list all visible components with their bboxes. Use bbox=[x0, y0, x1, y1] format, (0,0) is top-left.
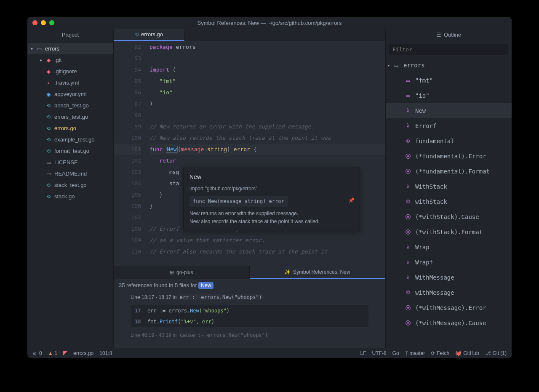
window-title: Symbol References: New — ~/go/src/github… bbox=[27, 20, 512, 26]
project-sidebar: Project ▾ ▭ errors ▸ ◆ .git ◆ bbox=[27, 29, 114, 348]
tree-item-example[interactable]: ⟲ example_test.go bbox=[37, 134, 113, 145]
tree-item-license[interactable]: ▭ LICENSE bbox=[37, 157, 113, 168]
outline-item[interactable]: ©fundamental bbox=[386, 133, 512, 149]
tree-item-stack-test[interactable]: ⟲ stack_test.go bbox=[37, 179, 113, 191]
status-encoding[interactable]: UTF-8 bbox=[372, 350, 387, 356]
tab-symbol-references[interactable]: ✨ Symbol References: New bbox=[250, 266, 386, 279]
status-lang[interactable]: Go bbox=[392, 350, 399, 356]
status-fetch[interactable]: ⟳Fetch bbox=[431, 350, 449, 356]
status-errors[interactable]: ⦻ 0 bbox=[32, 350, 42, 356]
tree-item-stack[interactable]: ⟲ stack.go bbox=[37, 191, 113, 202]
tree-item-label: stack.go bbox=[54, 193, 75, 200]
sidebar-header: Project bbox=[27, 29, 113, 41]
tree-item-errors-test[interactable]: ⟲ errors_test.go bbox=[37, 111, 113, 123]
status-warnings[interactable]: ▲ 1 bbox=[48, 350, 58, 356]
git-icon: ◆ bbox=[45, 68, 52, 75]
outline-item[interactable]: ⦿(*fundamental).Format bbox=[386, 164, 512, 179]
outline-item-new[interactable]: λNew bbox=[386, 103, 512, 118]
lambda-icon: λ bbox=[404, 259, 412, 266]
go-icon: ⟲ bbox=[45, 114, 52, 120]
status-branch[interactable]: ᛘmaster bbox=[405, 350, 425, 356]
status-github[interactable]: 🐙GitHub bbox=[455, 350, 479, 356]
tree-item-gitignore[interactable]: ◆ .gitignore bbox=[37, 66, 113, 77]
outline-item[interactable]: ⦿(*withMessage).Cause bbox=[386, 315, 512, 331]
hover-signature: func New(message string) error bbox=[189, 196, 288, 207]
struct-icon: © bbox=[404, 138, 412, 144]
editor-gutter: 92 93 94 95 96 97 98 99 100 101 102 103 … bbox=[114, 41, 149, 266]
tree-item-travis[interactable]: ▪ .travis.yml bbox=[37, 77, 113, 88]
bottom-tabs: ⊞ go-plus ✨ Symbol References: New bbox=[114, 266, 385, 279]
tree-item-readme[interactable]: ▭ README.md bbox=[37, 168, 113, 179]
yaml-icon: ◉ bbox=[45, 91, 52, 98]
status-cursor[interactable]: 101:8 bbox=[99, 350, 112, 356]
outline-item[interactable]: ⦿(*fundamental).Error bbox=[386, 149, 512, 164]
reference-line[interactable]: 17 err := errors.New("whoops") bbox=[131, 305, 368, 316]
tree-item-label: appveyor.yml bbox=[54, 91, 87, 97]
hover-doc-line: New returns an error with the supplied m… bbox=[189, 210, 354, 218]
tree-root-label: errors bbox=[45, 45, 59, 52]
chevron-right-icon: ▸ bbox=[40, 58, 45, 62]
hover-import: import "github.com/pkg/errors" bbox=[189, 185, 354, 193]
import-icon: ▭ bbox=[404, 92, 412, 99]
tree-item-format[interactable]: ⟲ format_test.go bbox=[37, 145, 113, 157]
tree-item-label: .gitignore bbox=[54, 68, 77, 75]
tree-root[interactable]: ▾ ▭ errors bbox=[27, 43, 113, 54]
outline-item[interactable]: ©withStack bbox=[386, 194, 512, 209]
status-eol[interactable]: LF bbox=[360, 350, 366, 356]
outline-item[interactable]: ▭"fmt" bbox=[386, 73, 512, 88]
tree-item-label: errors_test.go bbox=[54, 114, 88, 120]
hover-tooltip: New import "github.com/pkg/errors" func … bbox=[183, 167, 360, 231]
outline-root[interactable]: ▾ ▭ errors bbox=[386, 58, 512, 73]
reference-location[interactable]: Line 18:17 - 18:17 in err := errors.New(… bbox=[114, 292, 385, 303]
hover-title: New bbox=[189, 172, 354, 181]
status-git[interactable]: ⎇Git (1) bbox=[485, 350, 507, 356]
outline-filter-input[interactable] bbox=[389, 44, 508, 55]
go-icon: ⟲ bbox=[45, 148, 52, 155]
outline-item[interactable]: ©withMessage bbox=[386, 285, 512, 300]
outline-item[interactable]: λErrorf bbox=[386, 118, 512, 133]
tab-errors-go[interactable]: ⟲ errors.go bbox=[114, 29, 184, 41]
tree-item-appveyor[interactable]: ◉ appveyor.yml bbox=[37, 88, 113, 100]
outline-item[interactable]: ⦿(*withMessage).Error bbox=[386, 300, 512, 315]
outline-item[interactable]: ▭"io" bbox=[386, 88, 512, 103]
reference-location[interactable]: Line 40:19 - 40:19 in cause := errors.Ne… bbox=[114, 330, 385, 341]
code-content[interactable]: package errors import ( "fmt" "io" ) // … bbox=[149, 41, 385, 266]
tab-go-plus[interactable]: ⊞ go-plus bbox=[114, 266, 250, 279]
file-icon: ▭ bbox=[392, 62, 400, 69]
code-editor[interactable]: 92 93 94 95 96 97 98 99 100 101 102 103 … bbox=[114, 41, 385, 266]
tree-item-label: LICENSE bbox=[54, 159, 78, 165]
tree-item-label: .git bbox=[54, 57, 61, 63]
tab-label: errors.go bbox=[141, 31, 163, 37]
method-icon: ⦿ bbox=[404, 168, 412, 175]
travis-icon: ▪ bbox=[45, 80, 52, 86]
lambda-icon: λ bbox=[404, 107, 412, 114]
tree-item-bench[interactable]: ⟲ bench_test.go bbox=[37, 100, 113, 111]
status-file[interactable]: errors.go bbox=[73, 350, 93, 356]
lambda-icon: λ bbox=[404, 244, 412, 251]
outline-item[interactable]: λWithStack bbox=[386, 179, 512, 194]
chevron-down-icon: ▾ bbox=[387, 63, 392, 68]
outline-item[interactable]: λWithMessage bbox=[386, 270, 512, 285]
go-icon: ⟲ bbox=[45, 136, 52, 143]
list-icon: ☰ bbox=[436, 32, 441, 38]
tree-item-label: stack_test.go bbox=[54, 182, 87, 188]
status-square-icon[interactable] bbox=[63, 351, 67, 355]
reference-line[interactable]: 18 fmt.Printf("%+v", err) bbox=[131, 316, 368, 327]
editor-tabs: ⟲ errors.go bbox=[114, 29, 385, 41]
outline-panel: ☰ Outline ▾ ▭ errors ▭"fmt" ▭"io" λNew λ… bbox=[385, 29, 512, 348]
go-icon: ⟲ bbox=[45, 125, 52, 132]
tree-item-errors-go[interactable]: ⟲ errors.go bbox=[37, 123, 113, 134]
github-icon: 🐙 bbox=[455, 350, 462, 356]
git-icon: ◆ bbox=[45, 57, 52, 64]
outline-item[interactable]: λWrapf bbox=[386, 255, 512, 270]
titlebar: Symbol References: New — ~/go/src/github… bbox=[27, 17, 512, 29]
chevron-down-icon: ▾ bbox=[31, 46, 36, 51]
pin-icon[interactable]: 📌 bbox=[348, 197, 355, 205]
outline-item[interactable]: ⦿(*withStack).Format bbox=[386, 224, 512, 240]
outline-item[interactable]: ⦿(*withStack).Cause bbox=[386, 209, 512, 224]
bottom-panel: ⊞ go-plus ✨ Symbol References: New 35 re… bbox=[114, 266, 385, 348]
outline-item[interactable]: λWrap bbox=[386, 240, 512, 255]
tree-item-git[interactable]: ▸ ◆ .git bbox=[37, 54, 113, 66]
tree-item-label: errors.go bbox=[54, 125, 76, 131]
license-icon: ▭ bbox=[45, 159, 52, 166]
